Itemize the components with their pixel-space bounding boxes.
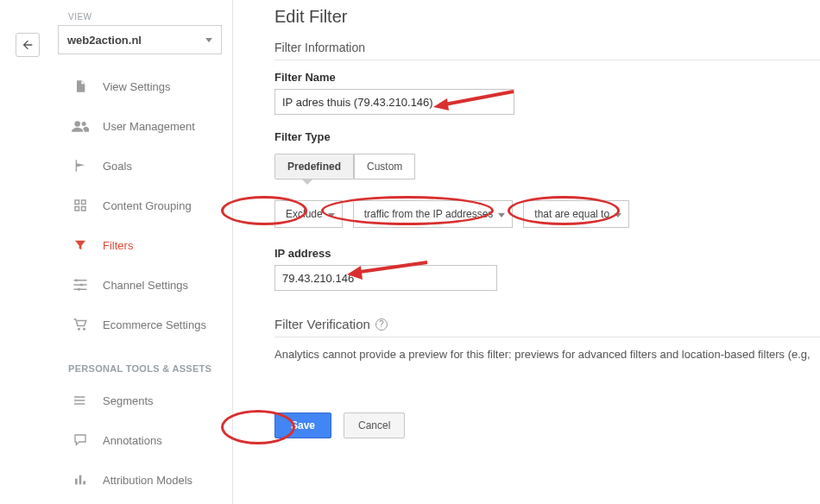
svg-point-4: [78, 288, 80, 291]
svg-point-1: [82, 122, 86, 126]
help-icon[interactable]: ?: [375, 318, 388, 331]
seg-predefined[interactable]: Predefined: [274, 154, 354, 180]
sidebar-item-label: Filters: [103, 239, 133, 252]
main-content: Edit Filter Filter Information Filter Na…: [233, 0, 820, 504]
sidebar-item-channel-settings[interactable]: Channel Settings: [47, 265, 232, 305]
arrow-back-icon: [21, 38, 35, 52]
sidebar: VIEW web2action.nl View Settings User Ma…: [47, 0, 233, 504]
flag-icon: [70, 158, 91, 173]
svg-point-5: [78, 328, 80, 331]
svg-point-2: [75, 279, 78, 281]
back-button[interactable]: [16, 33, 40, 57]
divider: [274, 60, 820, 60]
chevron-down-icon: [328, 213, 335, 217]
sidebar-item-label: Attribution Models: [103, 474, 192, 487]
filter-type-toggle: Predefined Custom: [274, 154, 415, 180]
cancel-button[interactable]: Cancel: [344, 413, 405, 438]
sidebar-item-user-management[interactable]: User Management: [47, 106, 232, 146]
sidebar-item-goals[interactable]: Goals: [47, 146, 232, 186]
sidebar-item-label: Goals: [103, 160, 132, 173]
dropdown-traffic-source[interactable]: traffic from the IP addresses: [353, 200, 514, 228]
svg-rect-9: [83, 481, 85, 484]
sidebar-item-label: User Management: [103, 120, 195, 133]
dropdown-expression[interactable]: that are equal to: [523, 200, 629, 228]
grouping-icon: [70, 198, 91, 212]
personal-tools-header: PERSONAL TOOLS & ASSETS: [68, 363, 232, 374]
channel-icon: [70, 279, 91, 291]
sidebar-item-filters[interactable]: Filters: [47, 225, 232, 265]
users-icon: [70, 120, 91, 132]
divider: [274, 337, 820, 337]
sidebar-item-view-settings[interactable]: View Settings: [47, 66, 232, 106]
view-selected: web2action.nl: [67, 34, 142, 47]
view-label: VIEW: [68, 12, 232, 22]
verify-text: Analytics cannot provide a preview for t…: [274, 348, 820, 361]
svg-rect-7: [75, 479, 78, 485]
sidebar-item-label: Content Grouping: [103, 199, 192, 212]
sidebar-item-label: View Settings: [103, 80, 171, 93]
filter-verification-title: Filter Verification ?: [274, 317, 820, 331]
filter-icon: [70, 238, 91, 252]
chevron-down-icon: [205, 38, 212, 42]
sidebar-item-ecommerce-settings[interactable]: Ecommerce Settings: [47, 305, 232, 344]
svg-point-0: [74, 121, 80, 127]
sidebar-item-content-grouping[interactable]: Content Grouping: [47, 186, 232, 225]
svg-point-6: [83, 328, 85, 331]
filter-type-label: Filter Type: [274, 130, 820, 143]
svg-point-3: [80, 284, 83, 287]
sidebar-item-label: Annotations: [103, 434, 162, 447]
seg-pointer-icon: [302, 180, 312, 185]
ip-label: IP address: [274, 247, 820, 260]
chevron-down-icon: [498, 213, 505, 217]
sidebar-item-annotations[interactable]: Annotations: [47, 420, 232, 460]
save-button[interactable]: Save: [274, 413, 331, 438]
cart-icon: [70, 318, 91, 331]
sidebar-item-attribution-models[interactable]: Attribution Models: [47, 460, 232, 500]
dropdown-exclude[interactable]: Exclude: [274, 200, 343, 228]
sidebar-item-label: Channel Settings: [103, 279, 188, 292]
filter-name-label: Filter Name: [274, 71, 820, 84]
chevron-down-icon: [615, 213, 621, 217]
svg-rect-8: [79, 476, 82, 485]
filter-name-input[interactable]: [274, 89, 514, 115]
speech-icon: [70, 433, 91, 447]
filter-info-title: Filter Information: [274, 41, 820, 54]
document-icon: [70, 79, 91, 94]
view-selector[interactable]: web2action.nl: [58, 25, 222, 54]
segments-icon: [70, 394, 91, 407]
bars-icon: [70, 473, 91, 487]
ip-input[interactable]: [274, 265, 497, 291]
seg-custom[interactable]: Custom: [354, 154, 415, 180]
sidebar-item-label: Ecommerce Settings: [103, 318, 206, 331]
sidebar-item-segments[interactable]: Segments: [47, 381, 232, 420]
page-title: Edit Filter: [274, 7, 820, 27]
sidebar-item-label: Segments: [103, 394, 154, 407]
